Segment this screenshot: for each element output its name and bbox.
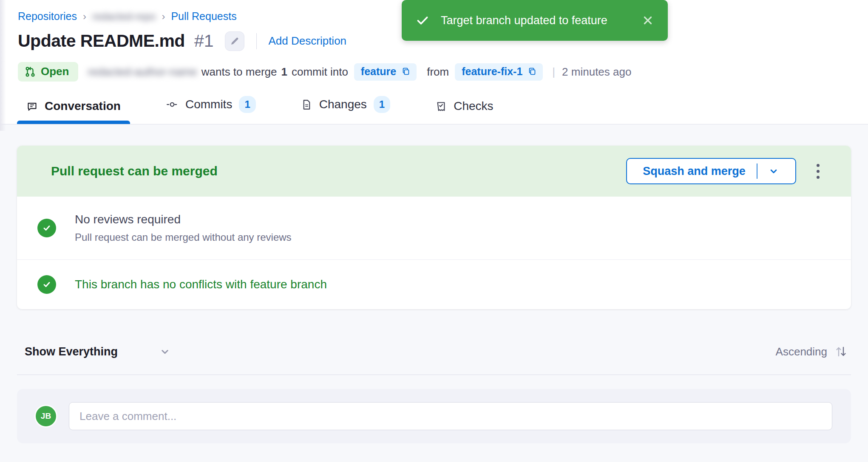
pr-updated-time: 2 minutes ago [562,65,631,79]
merge-status-header: Pull request can be merged Squash and me… [17,146,851,197]
breadcrumb-repo-redacted[interactable]: redacted-repo [92,11,156,23]
tab-label: Commits [185,98,232,111]
tab-commits-badge: 1 [239,96,255,113]
edit-title-button[interactable] [225,31,244,51]
pr-state-badge: Open [18,62,78,82]
chevron-down-icon[interactable] [757,165,780,177]
close-icon [641,14,654,27]
meta-separator: | [552,65,555,79]
file-icon [301,99,312,110]
filter-bar: Show Everything Ascending [17,340,851,363]
meta-text-merge: wants to merge [201,65,277,79]
toast-notification: Target branch updated to feature [402,0,668,41]
tab-label: Checks [454,99,493,113]
toast-close-button[interactable] [641,14,654,27]
branch-chip-source-label: feature-fix-1 [462,65,522,78]
pr-state-label: Open [41,65,69,78]
check-item-title: No reviews required [75,213,292,226]
copy-icon[interactable] [401,67,411,76]
commit-icon [166,98,179,111]
tab-checks[interactable]: Checks [428,99,500,124]
check-circle-icon [37,219,56,237]
main-content: Pull request can be merged Squash and me… [0,146,868,443]
add-description-link[interactable]: Add Description [269,34,347,48]
kebab-menu-button[interactable] [812,160,824,183]
branch-chip-target[interactable]: feature [354,63,417,81]
tab-changes[interactable]: Changes 1 [294,96,397,124]
sort-label: Ascending [776,345,827,358]
merge-check-row: No reviews required Pull request can be … [17,197,851,259]
squash-and-merge-button[interactable]: Squash and merge [626,158,796,184]
copy-icon[interactable] [528,67,537,76]
pr-tabs: Conversation Commits 1 Changes 1 [18,96,851,124]
checklist-icon [435,101,447,112]
pr-author-redacted: redacted-author-name [88,65,197,79]
branch-chip-source[interactable]: feature-fix-1 [455,63,543,81]
avatar: JB [36,406,56,426]
meta-text-from: from [427,65,449,79]
sort-toggle[interactable]: Ascending [776,344,848,359]
squash-and-merge-label: Squash and merge [643,165,757,178]
tab-commits[interactable]: Commits 1 [159,96,263,124]
comment-input[interactable] [69,402,832,430]
meta-text-into: commit into [292,65,348,79]
show-filter-label: Show Everything [25,345,118,358]
page-title: Update README.md [18,31,185,51]
section-divider [17,375,851,375]
chat-bubble-icon [26,101,38,112]
breadcrumb-pull-requests-link[interactable]: Pull Requests [171,10,236,23]
check-circle-icon [37,275,56,294]
chevron-down-icon [159,345,171,358]
check-item-subtitle: Pull request can be merged without any r… [75,231,292,243]
title-divider [256,33,257,49]
pr-meta-row: Open redacted-author-name wants to merge… [18,62,851,82]
breadcrumb-separator: › [162,11,165,23]
button-divider [757,163,757,179]
breadcrumb-separator: › [83,11,86,23]
tab-changes-badge: 1 [374,96,390,113]
meta-commit-count: 1 [281,65,287,79]
tab-label: Conversation [45,99,121,113]
merge-check-row: This branch has no conflicts with featur… [17,259,851,309]
branch-chip-target-label: feature [361,65,396,78]
toast-message: Target branch updated to feature [441,14,641,27]
comment-card: JB [17,389,851,443]
pr-number: #1 [194,31,214,51]
show-filter-dropdown[interactable]: Show Everything [25,345,171,358]
merge-status-card: Pull request can be merged Squash and me… [17,146,851,309]
tab-label: Changes [319,98,367,111]
check-item-title: This branch has no conflicts with featur… [75,278,327,291]
tab-conversation[interactable]: Conversation [20,99,128,124]
toast-check-icon [415,13,430,28]
pencil-icon [230,36,240,46]
left-edge-shadow [0,0,6,131]
merge-status-heading: Pull request can be merged [51,164,218,178]
arrows-up-down-icon [833,344,848,359]
breadcrumb-repositories-link[interactable]: Repositories [18,10,77,23]
pull-request-icon [25,66,36,77]
